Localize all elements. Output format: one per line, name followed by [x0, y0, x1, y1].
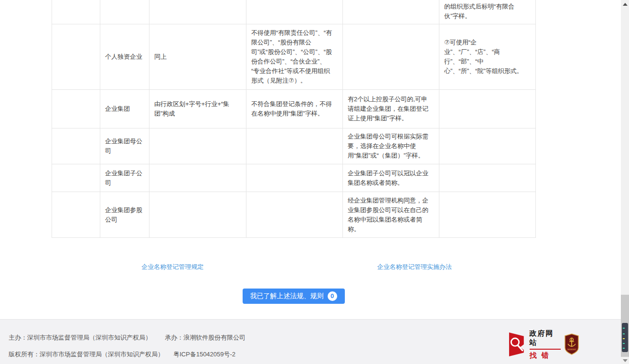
undertaker-label: 承办：	[165, 334, 183, 341]
table-cell	[52, 164, 100, 192]
minimap-tick	[623, 328, 625, 329]
countdown-badge: 0	[328, 291, 337, 301]
table-cell: 由行政区划+字号+行业+“集 团”构成	[149, 90, 246, 128]
confirm-row: 我已了解上述法规、规则 0	[52, 289, 535, 304]
gov-site-identification-shield-icon[interactable]	[565, 333, 579, 355]
table-cell	[439, 90, 536, 128]
scrollbar-up-arrow-icon[interactable]	[623, 3, 628, 6]
table-cell	[52, 192, 100, 238]
table-cell	[246, 192, 343, 238]
table-cell	[246, 164, 343, 192]
table-cell: 经企业集团管理机构同意，企 业集团参股公司可以在自己的 名称中冠以集团名称或者简…	[343, 192, 439, 238]
table-cell	[149, 164, 246, 192]
error-badge-text: 政府网站 找错	[530, 329, 561, 360]
copyright-name: 深圳市市场监督管理局（深圳市知识产权局）	[40, 351, 164, 358]
table-cell: ⑦可使用“企 业”、“厂”、“店”、“商 行”、“部”、“中 心”、“所”、“院…	[439, 24, 536, 90]
table-cell: 不符合集团登记条件的，不得 在名称中使用“集团”字样。	[246, 90, 343, 128]
scrollbar-down-arrow-icon[interactable]	[623, 359, 628, 362]
table-cell	[439, 164, 536, 192]
minimap-tick	[623, 343, 625, 344]
table-cell	[343, 0, 439, 24]
host-name: 深圳市市场监督管理局（深圳市知识产权局）	[27, 334, 151, 341]
table-cell: 企业集团子公 司	[100, 164, 149, 192]
table-cell	[246, 0, 343, 24]
table-row: 个人独资企业同上不得使用“有限责任公司”、“有 限公司”、“股份有限公 司”或“…	[52, 24, 536, 90]
confirm-button-label: 我已了解上述法规、规则	[250, 292, 324, 300]
table-cell	[149, 0, 246, 24]
minimap-tick	[623, 338, 625, 339]
table-row: 企业集团子公 司企业集团子公司可以冠以企业 集团名称或者简称。	[52, 164, 536, 192]
law-link-right-wrap: 企业名称登记管理实施办法	[294, 262, 536, 271]
rules-table-container: 的组织形式后标明“有限合 伙”字样。个人独资企业同上不得使用“有限责任公司”、“…	[52, 0, 535, 238]
table-cell	[439, 128, 536, 164]
table-body: 的组织形式后标明“有限合 伙”字样。个人独资企业同上不得使用“有限责任公司”、“…	[52, 0, 536, 238]
host-label: 主办：	[9, 334, 27, 341]
law-link-left-wrap: 企业名称登记管理规定	[52, 262, 294, 271]
table-cell: 企业集团	[100, 90, 149, 128]
table-cell: 有2个以上控股子公司的,可申 请组建企业集团，在集团登记 证上使用“集团”字样。	[343, 90, 439, 128]
confirm-button[interactable]: 我已了解上述法规、规则 0	[243, 289, 345, 304]
icp-number: 粤ICP备15042059号-2	[173, 351, 235, 358]
table: 的组织形式后标明“有限合 伙”字样。个人独资企业同上不得使用“有限责任公司”、“…	[52, 0, 536, 238]
error-badge-line2: 找错	[530, 351, 561, 360]
table-cell	[246, 128, 343, 164]
table-row: 企业集团参股 公司经企业集团管理机构同意，企 业集团参股公司可以在自己的 名称中…	[52, 192, 536, 238]
table-cell: 企业集团子公司可以冠以企业 集团名称或者简称。	[343, 164, 439, 192]
table-cell: 企业集团参股 公司	[100, 192, 149, 238]
table-cell	[343, 24, 439, 90]
table-cell	[52, 128, 100, 164]
law-links-row: 企业名称登记管理规定 企业名称登记管理实施办法	[52, 262, 535, 271]
table-cell: 企业集团母公 司	[100, 128, 149, 164]
site-error-check-badge[interactable]: 政府网站 找错	[508, 331, 561, 358]
law-link-regulation[interactable]: 企业名称登记管理规定	[141, 263, 203, 270]
magnifier-flag-icon	[508, 332, 527, 357]
table-cell: 个人独资企业	[100, 24, 149, 90]
table-row: 的组织形式后标明“有限合 伙”字样。	[52, 0, 536, 24]
table-cell: 的组织形式后标明“有限合 伙”字样。	[439, 0, 536, 24]
undertaker-name: 浪潮软件股份有限公司	[183, 334, 245, 341]
error-badge-line1: 政府网站	[530, 329, 561, 347]
table-cell	[52, 90, 100, 128]
error-badge-divider	[530, 349, 561, 350]
footer-line-2: 版权所有：深圳市市场监督管理局（深圳市知识产权局）粤ICP备15042059号-…	[9, 350, 235, 359]
table-cell: 企业集团母公司可根据实际需 要，选择在企业名称中使 用“集团”或“（集团）”字样…	[343, 128, 439, 164]
law-link-measures[interactable]: 企业名称登记管理实施办法	[377, 263, 452, 270]
table-cell	[149, 128, 246, 164]
table-cell	[439, 192, 536, 238]
page: 的组织形式后标明“有限合 伙”字样。个人独资企业同上不得使用“有限责任公司”、“…	[0, 0, 629, 364]
table-cell	[100, 0, 149, 24]
table-cell: 同上	[149, 24, 246, 90]
footer: 主办：深圳市市场监督管理局（深圳市知识产权局）承办：浪潮软件股份有限公司 版权所…	[0, 319, 621, 364]
table-row: 企业集团母公 司企业集团母公司可根据实际需 要，选择在企业名称中使 用“集团”或…	[52, 128, 536, 164]
table-cell	[52, 0, 100, 24]
scrollbar-minimap[interactable]	[622, 323, 628, 352]
scrollbar[interactable]	[621, 0, 629, 364]
minimap-tick	[623, 333, 625, 334]
footer-line-1: 主办：深圳市市场监督管理局（深圳市知识产权局）承办：浪潮软件股份有限公司	[9, 333, 245, 342]
table-cell	[52, 24, 100, 90]
table-cell	[149, 192, 246, 238]
minimap-tick	[623, 348, 625, 349]
copyright-label: 版权所有：	[9, 351, 40, 358]
table-cell: 不得使用“有限责任公司”、“有 限公司”、“股份有限公 司”或“股份公司”、“公…	[246, 24, 343, 90]
table-row: 企业集团由行政区划+字号+行业+“集 团”构成不符合集团登记条件的，不得 在名称…	[52, 90, 536, 128]
